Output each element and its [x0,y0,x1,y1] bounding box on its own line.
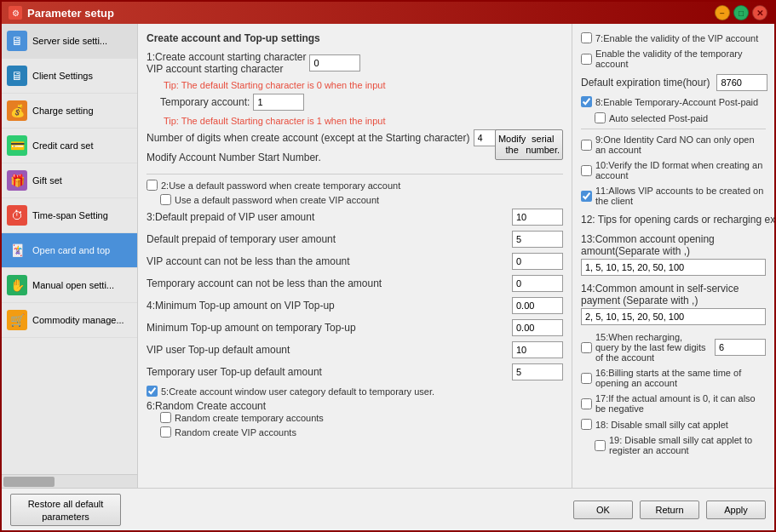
sidebar-label-credit: Credit card set [32,140,94,151]
field2-input[interactable] [253,94,304,111]
check-auto-checkbox[interactable] [595,112,606,123]
check6b-row: Random create VIP accounts [160,426,563,438]
check15-checkbox[interactable] [581,342,592,353]
field1-input[interactable] [309,54,360,72]
ok-button[interactable]: OK [573,501,633,519]
check-temp-checkbox[interactable] [581,54,592,65]
sidebar-item-credit[interactable]: 💳 Credit card set [2,129,137,163]
scrollbar-thumb[interactable] [3,477,55,487]
field12-label: 12: Tips for opening cards or recharging… [581,214,774,226]
right-panel: 7:Enable the validity of the VIP account… [572,24,774,488]
field10-row: Temporary user Top-up default amount [147,363,563,380]
field8-input[interactable] [512,319,563,336]
sidebar-label-timespan: Time-span Setting [32,210,108,220]
content-area: Create account and Top-up settings 1:Cre… [138,24,774,488]
main-window: ⚙ Parameter setup − □ ✕ 🖥 Server side se… [0,0,776,532]
apply-button[interactable]: Apply [706,501,766,519]
field15-input[interactable] [715,339,766,356]
check10-checkbox[interactable] [581,165,592,176]
check2b-label: Use a default password when create VIP a… [175,195,379,205]
field10-input[interactable] [512,363,563,380]
field3-label-wrapper: Number of digits when create account (ex… [147,129,491,169]
check-temp-label: Enable the validity of the temporary acc… [595,49,766,69]
return-button[interactable]: Return [640,501,699,519]
field3b-input[interactable] [512,209,563,226]
check2b-checkbox[interactable] [160,194,171,205]
tip1-text: Tip: The default Starting character is 0… [164,80,563,90]
exp-label: Default expiration time(hour) [581,77,710,89]
exp-input[interactable] [716,74,767,91]
check2-checkbox[interactable] [147,180,158,191]
check5-label: 5:Create account window user category de… [161,386,434,397]
minimize-button[interactable]: − [715,5,730,20]
close-button[interactable]: ✕ [752,5,767,20]
sidebar-item-gift[interactable]: 🎁 Gift set [2,163,137,198]
field4-input[interactable] [512,231,563,248]
app-icon: ⚙ [9,6,22,20]
sidebar: 🖥 Server side setti... 🖥 Client Settings… [2,24,138,488]
sidebar-item-manual[interactable]: ✋ Manual open setti... [2,268,137,303]
check7-label: 7:Enable the validity of the VIP account [595,33,758,43]
window-title: Parameter setup [27,7,114,20]
sidebar-scrollbar[interactable] [2,474,137,488]
maximize-button[interactable]: □ [733,5,749,20]
tip2-text: Tip: The default Starting character is 1… [164,116,563,126]
field7-input[interactable] [512,297,563,314]
title-bar: ⚙ Parameter setup − □ ✕ [2,2,774,24]
check6a-checkbox[interactable] [160,412,171,423]
check2-row: 2:Use a default password when create tem… [147,180,563,191]
field1-label: 1:Create account starting character VIP … [147,51,306,75]
sidebar-item-opencard[interactable]: 🃏 Open card and top [2,233,137,268]
restore-defaults-button[interactable]: Restore all default parameters [10,494,121,526]
field5-row: VIP account can not be less than the amo… [147,253,563,270]
field5-input[interactable] [512,253,563,270]
check5-checkbox[interactable] [147,386,158,397]
check19-row: 19: Disable small silly cat applet to re… [595,435,766,455]
check7-checkbox[interactable] [581,32,592,43]
check-auto-row: Auto selected Post-paid [595,112,766,123]
check8-checkbox[interactable] [581,96,592,107]
check9-checkbox[interactable] [581,140,592,151]
timespan-icon: ⏱ [7,205,27,226]
check8-row: 8:Enable Temporary-Account Post-paid [581,96,766,107]
check2-label: 2:Use a default password when create tem… [161,180,400,191]
field4-label: Default prepaid of temporary user amount [147,233,509,245]
check-temp-row: Enable the validity of the temporary acc… [581,49,766,69]
check6b-label: Random create VIP accounts [175,427,296,438]
title-bar-left: ⚙ Parameter setup [9,6,114,20]
check17-checkbox[interactable] [581,398,592,409]
field9-input[interactable] [512,341,563,358]
check6a-row: Random create temporary accounts [160,412,563,423]
check11-row: 11:Allows VIP accounts to be created on … [581,186,766,206]
field1-row: 1:Create account starting character VIP … [147,51,563,75]
bottom-bar-right: OK Return Apply [573,501,766,519]
check16-checkbox[interactable] [581,373,592,384]
check19-checkbox[interactable] [595,440,606,451]
field13-label: 13:Common account opening amount(Separat… [581,233,715,257]
sidebar-item-client[interactable]: 🖥 Client Settings [2,59,137,94]
field5-label: VIP account can not be less than the amo… [147,255,509,267]
server-icon: 🖥 [7,31,27,51]
sidebar-item-commodity[interactable]: 🛒 Commodity manage... [2,303,137,338]
sidebar-item-server[interactable]: 🖥 Server side setti... [2,24,137,59]
field6-input[interactable] [512,275,563,292]
sidebar-item-timespan[interactable]: ⏱ Time-span Setting [2,198,137,233]
check16-label: 16:Billing starts at the same time of op… [595,368,766,388]
field3-label: Number of digits when create account (ex… [147,132,470,144]
sidebar-label-gift: Gift set [32,175,62,186]
check19-label: 19: Disable small silly cat applet to re… [609,435,766,455]
field15-row: 15:When recharging, query by the last fe… [581,332,766,363]
check9-label: 9:One Identity Card NO can only open an … [595,134,766,155]
modify-serial-button[interactable]: Modify the serial number. [495,129,563,160]
field12-row: 12: Tips for opening cards or recharging… [581,211,766,228]
check10-row: 10:Verify the ID format when creating an… [581,160,766,180]
field15-label: 15:When recharging, query by the last fe… [595,332,708,363]
check18-checkbox[interactable] [581,419,592,430]
check6b-checkbox[interactable] [160,426,171,438]
check11-checkbox[interactable] [581,191,592,202]
bottom-bar: Restore all default parameters OK Return… [2,488,774,530]
sidebar-item-charge[interactable]: 💰 Charge setting [2,94,137,129]
field14-input[interactable] [581,308,766,325]
check2b-row: Use a default password when create VIP a… [160,194,563,205]
field13-input[interactable] [581,259,766,276]
